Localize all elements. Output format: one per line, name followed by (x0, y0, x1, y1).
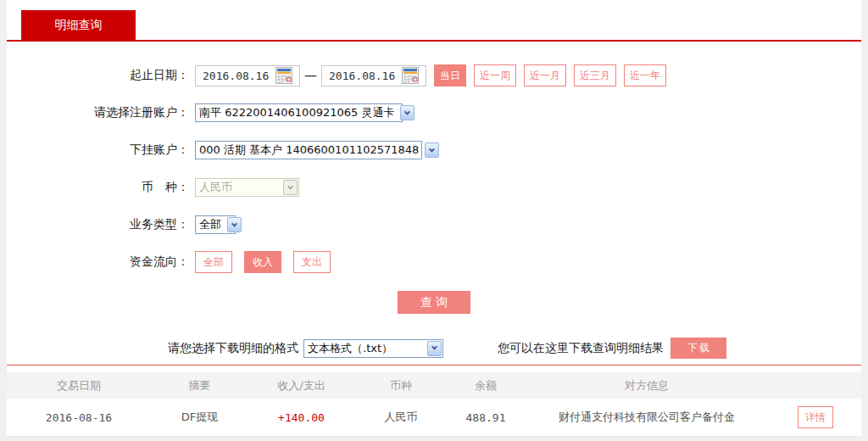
register-account-label: 请选择注册账户： (7, 105, 189, 120)
cell-counterparty: 财付通支付科技有限公司客户备付金 (524, 410, 770, 425)
currency-value: 人民币 (196, 180, 282, 195)
register-account-select[interactable]: 南平 6222001406100921065 灵通卡 (195, 103, 403, 122)
header-trade-date: 交易日期 (7, 378, 151, 394)
end-date-field[interactable] (321, 65, 426, 87)
sub-account-select[interactable]: 000 活期 基本户 1406600101102571848 (195, 141, 422, 159)
business-type-value: 全部 (196, 217, 226, 232)
header-income-expense: 收入/支出 (248, 378, 354, 394)
quick-range-year-button[interactable]: 近一年 (624, 64, 666, 87)
currency-row: 币 种： 人民币 (7, 176, 861, 198)
download-format-select[interactable]: 文本格式（.txt） (303, 339, 443, 358)
start-date-field[interactable] (195, 65, 300, 87)
cell-summary: DF提现 (151, 410, 248, 425)
fund-flow-income-button[interactable]: 收入 (244, 251, 281, 273)
fund-flow-expense-button[interactable]: 支出 (293, 251, 331, 273)
register-account-row: 请选择注册账户： 南平 6222001406100921065 灵通卡 (7, 102, 861, 124)
chevron-down-icon[interactable] (425, 142, 439, 158)
header-balance: 余额 (448, 378, 524, 394)
download-row: 请您选择下载明细的格式 文本格式（.txt） 您可以在这里下载查询明细结果 下载 (7, 338, 861, 359)
cell-balance: 488.91 (448, 411, 524, 424)
sub-account-value: 000 活期 基本户 1406600101102571848 (196, 142, 424, 158)
chevron-down-icon[interactable] (427, 341, 442, 356)
query-form: 起止日期： — (7, 42, 861, 359)
date-range-row: 起止日期： — (7, 64, 861, 87)
download-format-label: 请您选择下载明细的格式 (168, 341, 298, 356)
quick-range-3months-button[interactable]: 近三月 (574, 64, 616, 87)
query-button[interactable]: 查询 (398, 291, 470, 314)
download-hint: 您可以在这里下载查询明细结果 (498, 341, 664, 356)
quick-range-month-button[interactable]: 近一月 (524, 64, 566, 87)
header-counterparty: 对方信息 (524, 378, 770, 394)
header-currency: 币种 (354, 378, 448, 394)
header-summary: 摘要 (151, 378, 248, 394)
chevron-down-icon[interactable] (400, 105, 415, 120)
sub-account-row: 下挂账户： 000 活期 基本户 1406600101102571848 (7, 139, 861, 161)
cell-amount: +140.00 (248, 411, 354, 424)
cell-trade-date: 2016-08-16 (7, 411, 151, 424)
detail-button[interactable]: 详情 (798, 406, 833, 428)
end-date-input[interactable] (329, 70, 402, 82)
fund-flow-label: 资金流向： (7, 254, 189, 270)
table-row: 2016-08-16 DF提现 +140.00 人民币 488.91 财付通支付… (7, 399, 861, 437)
quick-range-week-button[interactable]: 近一周 (474, 64, 516, 87)
start-date-input[interactable] (203, 70, 275, 82)
main-panel: 明细查询 起止日期： (7, 0, 861, 435)
quick-range-today-button[interactable]: 当日 (434, 64, 466, 87)
query-button-row: 查询 (7, 291, 861, 314)
business-type-row: 业务类型： 全部 (7, 214, 861, 236)
calendar-icon[interactable] (275, 67, 292, 84)
currency-select: 人民币 (195, 178, 299, 197)
table-header-row: 交易日期 摘要 收入/支出 币种 余额 对方信息 (7, 372, 861, 399)
download-format-value: 文本格式（.txt） (304, 341, 426, 356)
business-type-label: 业务类型： (7, 217, 189, 232)
sub-account-label: 下挂账户： (7, 142, 189, 158)
register-account-value: 南平 6222001406100921065 灵通卡 (196, 105, 399, 120)
results-table: 交易日期 摘要 收入/支出 币种 余额 对方信息 2016-08-16 DF提现… (7, 365, 861, 437)
tab-detail-query[interactable]: 明细查询 (21, 10, 136, 40)
currency-label: 币 种： (7, 180, 189, 195)
date-separator: — (304, 68, 317, 83)
fund-flow-row: 资金流向： 全部 收入 支出 (7, 251, 861, 273)
fund-flow-all-button[interactable]: 全部 (195, 251, 232, 273)
calendar-icon[interactable] (402, 67, 419, 84)
tab-bar: 明细查询 (7, 0, 861, 42)
chevron-down-icon (283, 180, 298, 195)
cell-currency: 人民币 (354, 410, 448, 425)
download-button[interactable]: 下载 (670, 338, 726, 359)
date-range-label: 起止日期： (7, 68, 189, 83)
business-type-select[interactable]: 全部 (195, 215, 236, 234)
chevron-down-icon[interactable] (227, 217, 242, 232)
